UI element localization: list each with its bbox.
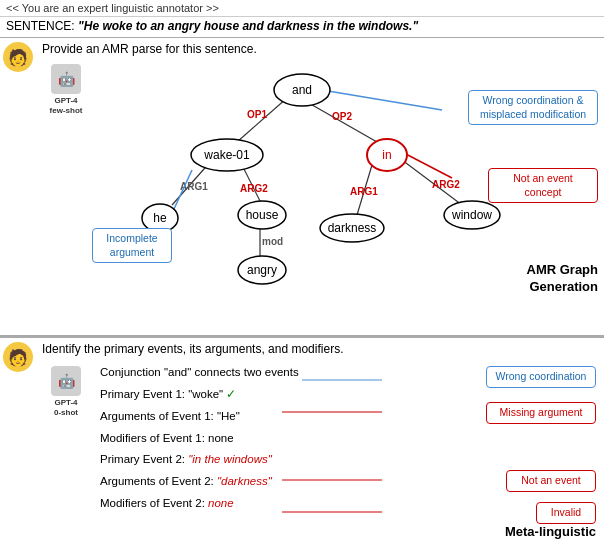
nl-instruction: Identify the primary events, its argumen… bbox=[40, 342, 600, 356]
and-node: and bbox=[292, 83, 312, 97]
nl-lines-container: Conjunction "and" connects two events Pr… bbox=[92, 362, 600, 544]
nl-line-5: Primary Event 2: "in the windows" bbox=[100, 449, 600, 471]
wrong-coord-callout: Wrong coordination &misplaced modificati… bbox=[468, 90, 598, 125]
svg-text:OP1: OP1 bbox=[247, 109, 267, 120]
robot-avatar-col: 🤖 GPT-4few-shot bbox=[40, 60, 92, 300]
amr-instruction: Provide an AMR parse for this sentence. bbox=[40, 42, 602, 56]
nl-title: Meta-linguistic NL Response bbox=[505, 524, 596, 544]
sentence-line: SENTENCE: "He woke to an angry house and… bbox=[0, 17, 604, 37]
svg-text:ARG2: ARG2 bbox=[240, 183, 268, 194]
in-node: in bbox=[382, 148, 391, 162]
instruction-text: << You are an expert linguistic annotato… bbox=[6, 2, 219, 14]
svg-line-0 bbox=[237, 98, 287, 142]
svg-line-2 bbox=[307, 102, 377, 142]
sentence-label: SENTENCE: bbox=[6, 19, 75, 33]
incomplete-arg-callout: Incompleteargument bbox=[92, 228, 172, 263]
not-event-callout: Not an event concept bbox=[488, 168, 598, 203]
nl-line-4: Modifiers of Event 1: none bbox=[100, 428, 600, 450]
sentence-text: "He woke to an angry house and darkness … bbox=[78, 19, 418, 33]
nl-content: Identify the primary events, its argumen… bbox=[36, 338, 604, 544]
amr-content: Provide an AMR parse for this sentence. … bbox=[36, 38, 604, 335]
human-avatar-col: 🧑 bbox=[0, 38, 36, 335]
wake01-node: wake-01 bbox=[203, 148, 250, 162]
robot-avatar-col-2: 🤖 GPT-40-shot bbox=[40, 362, 92, 544]
not-event-nl-callout: Not an event bbox=[506, 470, 596, 492]
robot-avatar-2: 🤖 bbox=[51, 366, 81, 396]
svg-text:ARG2: ARG2 bbox=[432, 179, 460, 190]
wrong-coord-callout-nl: Wrong coordination bbox=[486, 366, 596, 388]
human-avatar: 🧑 bbox=[3, 42, 33, 72]
svg-line-14 bbox=[322, 90, 442, 110]
angry-node: angry bbox=[247, 263, 277, 277]
human-avatar-col-2: 🧑 bbox=[0, 338, 36, 544]
svg-text:ARG1: ARG1 bbox=[350, 186, 378, 197]
nl-panel: 🧑 Identify the primary events, its argum… bbox=[0, 337, 604, 544]
missing-arg-callout: Missing argument bbox=[486, 402, 596, 424]
window-node: window bbox=[451, 208, 492, 222]
amr-graph-title: AMR Graph Generation bbox=[527, 262, 599, 296]
he-node: he bbox=[153, 211, 167, 225]
gpt-label-2: GPT-40-shot bbox=[54, 398, 78, 417]
amr-panel: 🧑 Provide an AMR parse for this sentence… bbox=[0, 37, 604, 337]
invalid-callout: Invalid bbox=[536, 502, 596, 524]
nl-line-7: Modifiers of Event 2: none bbox=[100, 493, 600, 515]
house-node: house bbox=[246, 208, 279, 222]
top-bar: << You are an expert linguistic annotato… bbox=[0, 0, 604, 17]
gpt-label: GPT-4few-shot bbox=[50, 96, 83, 115]
robot-avatar: 🤖 bbox=[51, 64, 81, 94]
darkness-node: darkness bbox=[328, 221, 377, 235]
human-avatar-2: 🧑 bbox=[3, 342, 33, 372]
amr-graph-container: OP1 OP2 ARG1 ARG2 mod ARG1 bbox=[92, 60, 602, 300]
svg-text:OP2: OP2 bbox=[332, 111, 352, 122]
svg-text:mod: mod bbox=[262, 236, 283, 247]
